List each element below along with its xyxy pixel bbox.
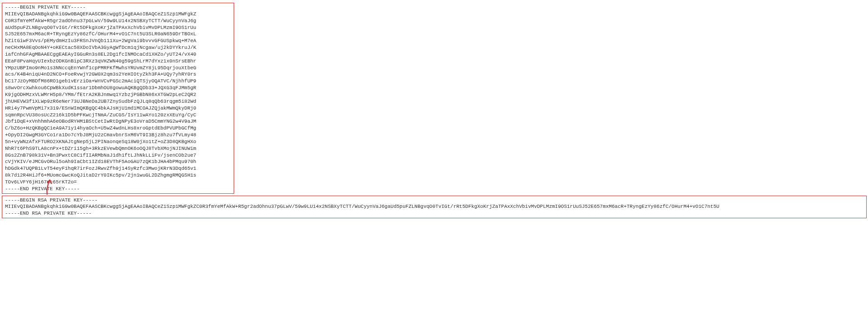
pem-end-marker: -----END PRIVATE KEY----- (5, 186, 80, 192)
pem-body: MIIEvQIBADANBgkqhkiG9w0BAQEFAASCBKcwggSj… (5, 11, 196, 185)
rsa-pem-begin-marker: -----BEGIN RSA PRIVATE KEY----- (5, 197, 98, 203)
pem-begin-marker: -----BEGIN PRIVATE KEY----- (5, 5, 86, 10)
private-key-block-pem: -----BEGIN PRIVATE KEY----- MIIEvQIBADAN… (2, 3, 234, 194)
rsa-pem-body: MIIEvQIBADANBgkqhkiG9w0BAQEFAASCBKcwggSj… (5, 204, 719, 209)
rsa-private-key-block-pem: -----BEGIN RSA PRIVATE KEY----- MIIEvQIB… (2, 196, 867, 219)
rsa-pem-end-marker: -----END RSA PRIVATE KEY----- (5, 211, 91, 216)
